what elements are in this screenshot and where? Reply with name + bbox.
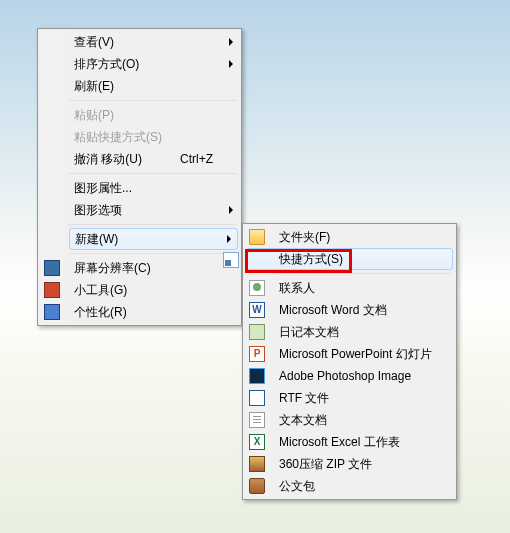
contact-icon bbox=[249, 280, 265, 296]
submenu-zip[interactable]: 360压缩 ZIP 文件 bbox=[273, 453, 454, 475]
menu-label: 快捷方式(S) bbox=[279, 251, 343, 268]
menu-label: 日记本文档 bbox=[279, 324, 339, 341]
menu-items: 查看(V) 排序方式(O) 刷新(E) 粘贴(P) 粘贴快捷方式(S) 撤消 移… bbox=[68, 31, 239, 323]
menu-paste: 粘贴(P) bbox=[68, 104, 239, 126]
submenu-text-document[interactable]: 文本文档 bbox=[273, 409, 454, 431]
submenu-briefcase[interactable]: 公文包 bbox=[273, 475, 454, 497]
zip-icon bbox=[249, 456, 265, 472]
desktop-context-menu: 查看(V) 排序方式(O) 刷新(E) 粘贴(P) 粘贴快捷方式(S) 撤消 移… bbox=[37, 28, 242, 326]
photoshop-icon bbox=[249, 368, 265, 384]
menu-personalize[interactable]: 个性化(R) bbox=[68, 301, 239, 323]
menu-separator bbox=[68, 224, 237, 225]
menu-label: 刷新(E) bbox=[74, 78, 114, 95]
submenu-word[interactable]: W Microsoft Word 文档 bbox=[273, 299, 454, 321]
submenu-contact[interactable]: 联系人 bbox=[273, 277, 454, 299]
menu-label: Microsoft Word 文档 bbox=[279, 302, 387, 319]
menu-label: 联系人 bbox=[279, 280, 315, 297]
menu-view[interactable]: 查看(V) bbox=[68, 31, 239, 53]
menu-separator bbox=[68, 173, 237, 174]
menu-label: 小工具(G) bbox=[74, 282, 127, 299]
menu-label: 新建(W) bbox=[75, 231, 118, 248]
menu-label: 粘贴快捷方式(S) bbox=[74, 129, 162, 146]
menu-separator bbox=[68, 253, 237, 254]
menu-label: Adobe Photoshop Image bbox=[279, 369, 411, 383]
menu-shortcut: Ctrl+Z bbox=[180, 152, 219, 166]
menu-label: 个性化(R) bbox=[74, 304, 127, 321]
personalize-icon bbox=[44, 304, 60, 320]
menu-label: 排序方式(O) bbox=[74, 56, 139, 73]
menu-label: 粘贴(P) bbox=[74, 107, 114, 124]
gadget-icon bbox=[44, 282, 60, 298]
submenu-items: 文件夹(F) 快捷方式(S) 联系人 W Microsoft Word 文档 日… bbox=[273, 226, 454, 497]
word-icon: W bbox=[249, 302, 265, 318]
menu-label: 360压缩 ZIP 文件 bbox=[279, 456, 372, 473]
menu-new[interactable]: 新建(W) bbox=[69, 228, 238, 250]
submenu-arrow-icon bbox=[229, 60, 233, 68]
text-file-icon bbox=[249, 412, 265, 428]
submenu-arrow-icon bbox=[227, 235, 231, 243]
submenu-shortcut[interactable]: 快捷方式(S) bbox=[246, 248, 453, 270]
menu-label: 文件夹(F) bbox=[279, 229, 330, 246]
menu-sort-by[interactable]: 排序方式(O) bbox=[68, 53, 239, 75]
menu-label: 图形属性... bbox=[74, 180, 132, 197]
submenu-powerpoint[interactable]: P Microsoft PowerPoint 幻灯片 bbox=[273, 343, 454, 365]
menu-label: 屏幕分辨率(C) bbox=[74, 260, 151, 277]
menu-label: 图形选项 bbox=[74, 202, 122, 219]
excel-icon: X bbox=[249, 434, 265, 450]
submenu-arrow-icon bbox=[229, 206, 233, 214]
submenu-photoshop[interactable]: Adobe Photoshop Image bbox=[273, 365, 454, 387]
rtf-icon bbox=[249, 390, 265, 406]
menu-label: Microsoft PowerPoint 幻灯片 bbox=[279, 346, 432, 363]
menu-screen-resolution[interactable]: 屏幕分辨率(C) bbox=[68, 257, 239, 279]
monitor-icon bbox=[44, 260, 60, 276]
menu-separator bbox=[273, 273, 452, 274]
menu-label: RTF 文件 bbox=[279, 390, 329, 407]
menu-icon-column bbox=[40, 31, 66, 323]
folder-icon bbox=[249, 229, 265, 245]
menu-label: 文本文档 bbox=[279, 412, 327, 429]
briefcase-icon bbox=[249, 478, 265, 494]
submenu-excel[interactable]: X Microsoft Excel 工作表 bbox=[273, 431, 454, 453]
menu-label: Microsoft Excel 工作表 bbox=[279, 434, 400, 451]
menu-refresh[interactable]: 刷新(E) bbox=[68, 75, 239, 97]
shortcut-icon bbox=[223, 252, 239, 268]
menu-label: 撤消 移动(U) bbox=[74, 151, 142, 168]
powerpoint-icon: P bbox=[249, 346, 265, 362]
menu-graphics-properties[interactable]: 图形属性... bbox=[68, 177, 239, 199]
submenu-folder[interactable]: 文件夹(F) bbox=[273, 226, 454, 248]
new-submenu: 文件夹(F) 快捷方式(S) 联系人 W Microsoft Word 文档 日… bbox=[242, 223, 457, 500]
menu-gadgets[interactable]: 小工具(G) bbox=[68, 279, 239, 301]
menu-label: 查看(V) bbox=[74, 34, 114, 51]
submenu-rtf[interactable]: RTF 文件 bbox=[273, 387, 454, 409]
menu-separator bbox=[68, 100, 237, 101]
submenu-diary[interactable]: 日记本文档 bbox=[273, 321, 454, 343]
menu-undo-move[interactable]: 撤消 移动(U) Ctrl+Z bbox=[68, 148, 239, 170]
submenu-arrow-icon bbox=[229, 38, 233, 46]
diary-icon bbox=[249, 324, 265, 340]
menu-paste-shortcut: 粘贴快捷方式(S) bbox=[68, 126, 239, 148]
menu-label: 公文包 bbox=[279, 478, 315, 495]
menu-graphics-options[interactable]: 图形选项 bbox=[68, 199, 239, 221]
